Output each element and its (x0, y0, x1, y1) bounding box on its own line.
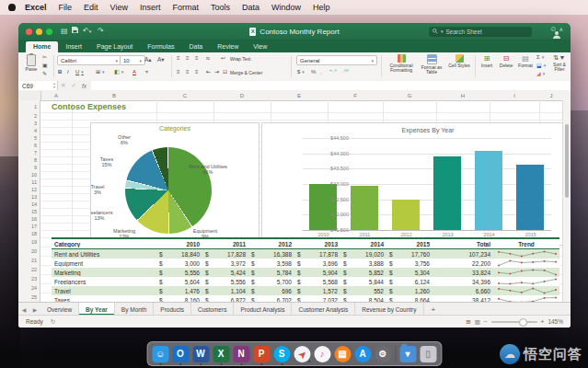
search-scope-caret[interactable]: ▾ (441, 29, 444, 34)
row-header-7[interactable]: 7 (18, 149, 40, 156)
menu-item-tools[interactable]: Tools (211, 3, 230, 12)
table-row-taxes[interactable]: Taxes$8,160$6,872$6,702$7,032$8,504$8,66… (52, 295, 559, 302)
table-header-2011[interactable]: 2011 (202, 241, 248, 247)
cell-2010[interactable]: $18,840 (156, 251, 202, 258)
cell-2010[interactable]: $5,556 (156, 270, 202, 276)
align-top-icon[interactable]: ≡ (177, 55, 180, 62)
cell-2015[interactable]: $1,260 (386, 288, 432, 294)
normal-view-icon[interactable]: ⊞ (466, 318, 470, 326)
table-header-2013[interactable]: 2013 (294, 241, 340, 247)
table-header-category[interactable]: Category (52, 241, 156, 247)
font-size-select[interactable]: 10▾ (120, 55, 145, 65)
dock-icon-system-preferences[interactable]: ⚙ (375, 346, 391, 362)
table-row-marketing[interactable]: Marketing$5,556$5,424$5,784$5,904$5,852$… (52, 268, 559, 277)
zoom-slider-thumb[interactable] (519, 318, 527, 327)
table-row-rent-and-utilities[interactable]: Rent and Utilities$18,840$17,828$16,388$… (52, 249, 559, 259)
paste-button[interactable]: Paste (22, 54, 40, 72)
cell-2011[interactable]: $5,424 (202, 270, 248, 276)
align-bottom-icon[interactable]: ≡ (195, 55, 199, 62)
sheet-tab-overview[interactable]: Overview (40, 303, 79, 316)
zoom-in-icon[interactable]: + (541, 318, 545, 325)
font-color-icon[interactable]: A (133, 69, 136, 75)
cell-2013[interactable]: $17,878 (294, 251, 340, 258)
column-header-e[interactable]: E (271, 91, 328, 100)
cell-2015[interactable]: $17,760 (386, 251, 432, 258)
title-bar[interactable]: ▤ ↶▾ ↷ X Contoso Monthly Report ▾ Search… (18, 23, 571, 40)
cancel-entry-icon[interactable]: ✕ (61, 82, 65, 89)
cell-2010[interactable]: $5,604 (156, 279, 202, 285)
column-header-d[interactable]: D (213, 91, 271, 100)
cell-2014[interactable]: $552 (340, 288, 386, 294)
sort-filter-button[interactable]: ⇅▼ Sort & Filter (550, 54, 569, 72)
bar-2010[interactable] (309, 184, 337, 230)
row-header-13[interactable]: 13 (18, 193, 40, 201)
add-sheet-button[interactable]: + (424, 303, 444, 316)
dock-icon-word[interactable]: W (192, 346, 209, 362)
borders-icon[interactable]: ⊞▾ (96, 69, 105, 75)
cell-category[interactable]: Rent and Utilities (52, 251, 156, 258)
dock-icon-trash[interactable]: ▯ (420, 346, 436, 362)
dock-icon-safari[interactable]: ➤ (290, 342, 313, 365)
row-header-21[interactable]: 21 (18, 256, 40, 265)
row-header-18[interactable]: 18 (18, 230, 40, 237)
ribbon-tab-home[interactable]: Home (26, 41, 58, 52)
sheet-tab-products[interactable]: Products (154, 303, 191, 316)
cell-styles-button[interactable]: Cell Styles (447, 54, 471, 68)
fx-icon[interactable]: fx (82, 83, 86, 89)
dock-icon-outlook[interactable]: O (172, 346, 189, 362)
clear-icon[interactable]: ◢▾ (536, 71, 545, 77)
cell-2010[interactable]: $3,000 (156, 260, 202, 267)
row-header-22[interactable]: 22 (18, 265, 40, 274)
redo-icon[interactable]: ↷ (98, 27, 104, 36)
table-header-2015[interactable]: 2015 (386, 241, 432, 247)
save-icon[interactable] (72, 27, 78, 36)
table-header-2014[interactable]: 2014 (340, 241, 386, 247)
format-painter-icon[interactable]: ✎ (42, 71, 47, 77)
bold-icon[interactable]: B (58, 69, 62, 75)
shrink-font-icon[interactable]: A▾ (157, 56, 165, 63)
row-header-6[interactable]: 6 (18, 142, 40, 149)
menu-item-file[interactable]: File (59, 3, 73, 12)
new-workbook-icon[interactable]: ▤ (61, 27, 68, 36)
cell-2012[interactable]: $3,598 (248, 260, 294, 267)
bar-2014[interactable] (475, 151, 502, 230)
currency-format-icon[interactable]: $▾ (297, 69, 305, 75)
cell-2011[interactable]: $3,972 (202, 260, 248, 267)
menu-item-insert[interactable]: Insert (140, 3, 161, 12)
cell-trend-sparkline[interactable] (493, 287, 559, 294)
increase-decimal-icon[interactable]: ⁺·⁰ (329, 69, 337, 75)
dock-icon-itunes[interactable]: ♪ (314, 346, 330, 362)
merge-center-label[interactable]: Merge & Center (230, 71, 262, 75)
tabs-scroll-left-icon[interactable]: ◀ (18, 303, 29, 316)
row-header-12[interactable]: 12 (18, 186, 40, 193)
bar-chart-object[interactable]: Expenses By Year 20102011201220132014201… (261, 122, 563, 246)
comma-format-icon[interactable]: , (320, 69, 322, 75)
menu-item-view[interactable]: View (110, 3, 128, 12)
bar-2015[interactable] (516, 165, 544, 230)
menu-item-data[interactable]: Data (242, 3, 259, 12)
fill-color-icon[interactable]: ◧▾ (114, 69, 123, 75)
cell-trend-sparkline[interactable] (493, 259, 559, 267)
ribbon-collapse-area[interactable]: ☺ ∧ (549, 25, 563, 33)
search-sheet-box[interactable]: ▾ Search Sheet (429, 27, 532, 37)
dock-icon-finder[interactable]: ☺ (152, 346, 168, 362)
underline-icon[interactable]: U▾ (75, 69, 84, 75)
menu-item-edit[interactable]: Edit (84, 3, 98, 12)
close-button[interactable] (26, 29, 32, 35)
row-header-14[interactable]: 14 (18, 201, 40, 208)
dock-icon-downloads-folder[interactable]: ▾ (399, 346, 416, 362)
cell-category[interactable]: Equipment (52, 260, 156, 267)
ribbon-tab-insert[interactable]: Insert (58, 41, 89, 52)
row-header-20[interactable]: 20 (18, 247, 40, 256)
row-header-23[interactable]: 23 (18, 274, 40, 283)
dock-icon-onenote[interactable]: N (233, 346, 249, 362)
cell-2014[interactable]: $5,844 (340, 279, 386, 285)
sheet-tab-customer-analysis[interactable]: Customer Analysis (292, 303, 355, 316)
row-header-15[interactable]: 15 (18, 208, 40, 215)
decrease-decimal-icon[interactable]: ·⁰⁰ (342, 69, 349, 75)
column-header-h[interactable]: H (436, 91, 490, 100)
fill-icon[interactable]: ⬓▾ (536, 63, 546, 69)
table-header-2010[interactable]: 2010 (156, 241, 202, 247)
row-header-4[interactable]: 4 (18, 127, 40, 134)
column-header-g[interactable]: G (383, 91, 436, 100)
